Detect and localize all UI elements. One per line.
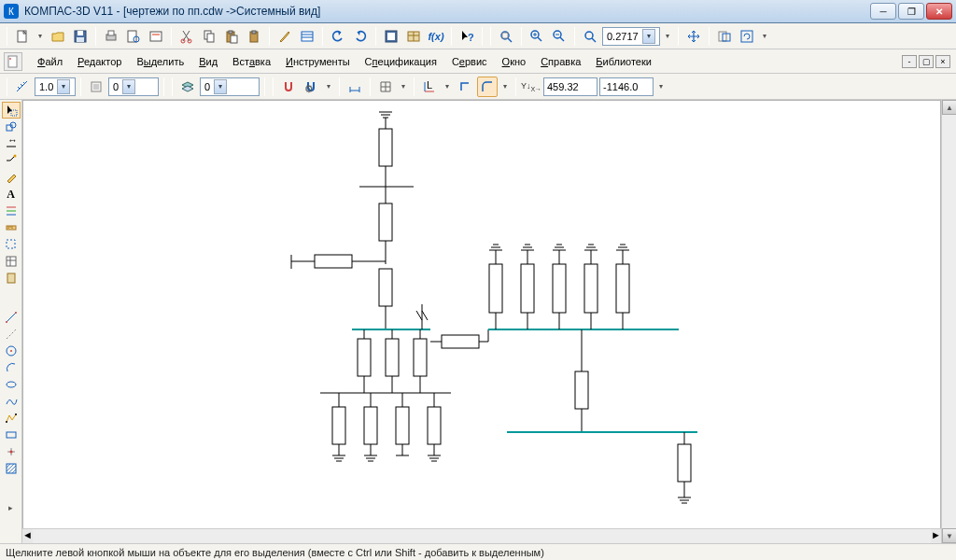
minimize-button[interactable]: ─: [870, 3, 896, 20]
svg-rect-116: [414, 339, 427, 376]
zoom-combo[interactable]: 0.2717▾: [602, 27, 660, 46]
tool-aux-line[interactable]: [2, 326, 21, 343]
cut-button[interactable]: [176, 26, 197, 47]
round-drop[interactable]: ▾: [499, 77, 511, 97]
scroll-down-button[interactable]: ▼: [942, 528, 956, 543]
menu-tools[interactable]: Инструменты: [278, 52, 358, 71]
menu-window[interactable]: Окно: [495, 52, 534, 71]
ortho-button[interactable]: [455, 77, 475, 97]
tool-report[interactable]: [2, 270, 21, 287]
new-dropdown[interactable]: ▾: [35, 26, 46, 47]
tool-designations[interactable]: [2, 152, 21, 169]
tool-hatch[interactable]: [2, 460, 21, 477]
tool-cursor-select[interactable]: [2, 102, 21, 119]
print-button[interactable]: [101, 26, 121, 47]
tool-line[interactable]: [2, 309, 21, 326]
zoom-drop-button[interactable]: ▾: [662, 26, 673, 47]
round-button[interactable]: [477, 77, 498, 97]
maximize-button[interactable]: ❐: [898, 3, 924, 20]
tool-arc[interactable]: [2, 359, 21, 376]
mdi-close-button[interactable]: ×: [935, 55, 950, 68]
tool-point[interactable]: [2, 443, 21, 460]
lcs-button[interactable]: L: [419, 77, 440, 97]
tool-edit[interactable]: [2, 169, 21, 186]
snap-drop[interactable]: ▾: [323, 77, 334, 97]
menu-view[interactable]: Вид: [191, 52, 225, 71]
help-cursor-button[interactable]: ?: [457, 26, 477, 47]
scroll-right-button[interactable]: ►: [931, 529, 941, 543]
snap-settings-button[interactable]: ⚙: [301, 77, 321, 97]
tool-spline[interactable]: [2, 393, 21, 410]
manager-button[interactable]: [381, 26, 401, 47]
fx-button[interactable]: f(x): [426, 26, 446, 47]
variables-button[interactable]: [403, 26, 424, 47]
layer-combo[interactable]: 0▾: [200, 77, 260, 96]
properties-button[interactable]: [297, 26, 317, 47]
menu-select[interactable]: Выделить: [129, 52, 191, 71]
snap-toggle-button[interactable]: [278, 77, 299, 97]
tool-geometry[interactable]: [2, 119, 21, 135]
tool-polyline[interactable]: [2, 410, 21, 427]
tool-text[interactable]: A: [2, 186, 21, 203]
zoom-scale-button[interactable]: [580, 26, 600, 47]
svg-rect-99: [315, 255, 352, 268]
preview-button[interactable]: [146, 26, 166, 47]
zoom-prev-button[interactable]: [714, 26, 735, 47]
grid-drop[interactable]: ▾: [398, 77, 409, 97]
zoom-fit-button[interactable]: [496, 26, 516, 47]
dimension-button[interactable]: [344, 77, 365, 97]
refresh-button[interactable]: [737, 26, 757, 47]
brush-button[interactable]: [274, 26, 295, 47]
refresh-drop-button[interactable]: ▾: [759, 26, 770, 47]
copy-button[interactable]: [199, 26, 219, 47]
tool-select-set[interactable]: [2, 236, 21, 253]
scroll-up-button[interactable]: ▲: [942, 100, 956, 115]
paste-button[interactable]: [221, 26, 242, 47]
svg-rect-146: [489, 264, 502, 313]
tool-rect[interactable]: [2, 427, 21, 443]
lcs-drop[interactable]: ▾: [442, 77, 453, 97]
scale-icon[interactable]: [12, 77, 33, 97]
palette-expand[interactable]: ▸: [2, 499, 21, 516]
menu-spec[interactable]: Спецификация: [358, 52, 444, 71]
mdi-minimize-button[interactable]: -: [902, 55, 917, 68]
undo-button[interactable]: [328, 26, 348, 47]
coord-y-field[interactable]: -1146.0: [599, 77, 654, 96]
tool-circle[interactable]: [2, 343, 21, 359]
coord-drop[interactable]: ▾: [655, 77, 667, 97]
save-button[interactable]: [70, 26, 91, 47]
open-button[interactable]: [48, 26, 68, 47]
layer-icon[interactable]: [177, 77, 198, 97]
horizontal-scrollbar[interactable]: ◄ ►: [22, 528, 941, 543]
tool-params[interactable]: [2, 203, 21, 219]
vertical-scrollbar[interactable]: ▲ ▼: [941, 100, 956, 543]
coord-x-field[interactable]: 459.32: [543, 77, 598, 96]
menu-service[interactable]: Сервис: [444, 52, 495, 71]
new-button[interactable]: [12, 26, 33, 47]
state-icon[interactable]: [86, 77, 106, 97]
mdi-doc-icon[interactable]: [4, 52, 22, 71]
drawing-canvas[interactable]: [22, 100, 941, 543]
menu-insert[interactable]: Вставка: [225, 52, 278, 71]
scroll-left-button[interactable]: ◄: [22, 529, 33, 543]
tool-ellipse[interactable]: [2, 376, 21, 393]
menu-file[interactable]: Файл: [30, 52, 70, 71]
grid-button[interactable]: [375, 77, 396, 97]
print-preview-button[interactable]: [123, 26, 144, 47]
zoom-out-button[interactable]: [549, 26, 569, 47]
tool-spec[interactable]: [2, 253, 21, 270]
clipboard-button[interactable]: [244, 26, 264, 47]
svg-rect-86: [7, 464, 16, 473]
mdi-restore-button[interactable]: ▢: [919, 55, 934, 68]
redo-button[interactable]: [350, 26, 371, 47]
tool-measure[interactable]: [2, 219, 21, 236]
menu-editor[interactable]: Редактор: [70, 52, 129, 71]
state-combo[interactable]: 0▾: [108, 77, 159, 96]
zoom-in-button[interactable]: [527, 26, 547, 47]
menu-lib[interactable]: Библиотеки: [588, 52, 659, 71]
close-button[interactable]: ✕: [926, 3, 952, 20]
menu-help[interactable]: Справка: [533, 52, 588, 71]
tool-dimensions[interactable]: ↔: [2, 135, 21, 152]
pan-button[interactable]: [683, 26, 704, 47]
scale-combo[interactable]: 1.0▾: [35, 77, 76, 96]
